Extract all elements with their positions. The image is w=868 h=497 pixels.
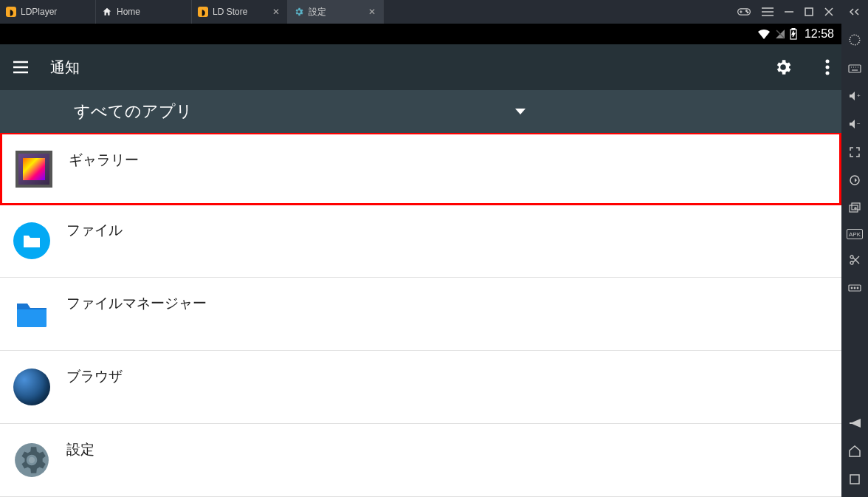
svg-point-33 [857,287,858,289]
android-home-icon[interactable] [847,444,862,459]
svg-text:−: − [857,120,861,127]
android-statusbar: 12:58 [0,24,841,44]
appbar-title: 通知 [50,58,753,78]
tab-label: Home [117,7,140,17]
app-item-gallery[interactable]: ギャラリー [0,133,841,205]
app-item-settings[interactable]: 設定 [0,424,841,497]
svg-point-42 [826,60,830,64]
volume-down-icon[interactable]: − [847,117,862,131]
wifi-icon [757,29,771,39]
hamburger-icon[interactable] [12,60,30,75]
emulator-sidebar: + − APK [841,24,868,497]
appbar-settings-icon[interactable] [774,58,793,77]
svg-point-46 [29,457,35,463]
svg-point-3 [746,10,748,12]
svg-rect-13 [849,65,861,72]
app-filter-dropdown[interactable]: すべてのアプリ [0,90,841,133]
window-tabbar: ◗ LDPlayer Home ◗ LD Store ✕ 設定 ✕ [0,0,868,24]
recents-icon[interactable] [847,472,862,487]
app-label: ファイルマネージャー [66,294,207,313]
android-screen: 12:58 通知 すべてのアプリ ギャラリー [0,24,841,497]
app-label: 設定 [66,440,94,459]
battery-icon [790,28,797,40]
home-icon [102,7,112,17]
chevron-down-icon [515,109,526,114]
volume-up-icon[interactable]: + [847,89,862,103]
sidebar-settings-icon[interactable] [847,32,862,47]
keyboard-icon[interactable] [847,61,862,75]
appbar: 通知 [0,44,841,90]
app-label: ギャラリー [69,151,139,170]
svg-point-31 [851,287,852,289]
maximize-icon[interactable] [805,7,813,16]
svg-point-4 [747,12,748,13]
app-label: ファイル [66,221,123,240]
svg-rect-9 [805,8,813,16]
status-time: 12:58 [805,27,834,41]
app-item-filemanager[interactable]: ファイルマネージャー [0,278,841,351]
dropdown-label: すべてのアプリ [74,100,193,123]
svg-point-27 [850,261,853,264]
fullscreen-icon[interactable] [847,145,862,160]
close-icon[interactable]: ✕ [272,7,280,17]
svg-point-32 [854,287,855,289]
svg-rect-38 [792,28,795,30]
svg-point-44 [826,72,830,75]
settings-gear-icon [13,442,50,479]
overflow-menu-icon[interactable] [825,59,830,75]
close-icon[interactable]: ✕ [368,7,376,17]
globe-icon [13,369,50,405]
tab-ldplayer[interactable]: ◗ LDPlayer [0,0,96,24]
files-icon [13,222,50,259]
app-label: ブラウザ [66,367,123,386]
gamepad-icon[interactable] [737,7,751,17]
menu-icon[interactable] [762,7,774,17]
signal-icon [775,29,785,39]
more-icon[interactable] [847,281,862,295]
ldstore-icon: ◗ [198,7,208,17]
app-list: ギャラリー ファイル ファイルマネージャー ブラウザ [0,133,841,497]
tab-ldstore[interactable]: ◗ LD Store ✕ [192,0,288,24]
app-item-browser[interactable]: ブラウザ [0,351,841,424]
svg-point-43 [826,66,830,69]
collapse-sidebar-icon[interactable] [849,7,859,16]
app-item-files[interactable]: ファイル [0,205,841,278]
window-controls [737,7,868,17]
tab-label: LD Store [213,7,247,17]
sync-icon[interactable] [847,173,862,188]
multi-instance-icon[interactable] [847,201,862,216]
gear-icon [294,7,304,17]
folder-icon [13,295,50,332]
tab-settings[interactable]: 設定 ✕ [288,0,384,24]
tab-label: 設定 [309,6,326,18]
back-icon[interactable] [847,416,862,431]
minimize-icon[interactable] [784,7,794,17]
ldplayer-icon: ◗ [6,7,16,17]
gallery-icon [16,151,52,188]
apk-icon[interactable]: APK [847,229,863,239]
scissors-icon[interactable] [847,253,862,267]
svg-point-12 [850,35,860,45]
svg-point-26 [850,256,853,258]
close-window-icon[interactable] [824,7,834,17]
svg-rect-35 [850,475,859,484]
svg-text:+: + [857,92,861,99]
tab-label: LDPlayer [21,7,57,17]
tab-home[interactable]: Home [96,0,192,24]
